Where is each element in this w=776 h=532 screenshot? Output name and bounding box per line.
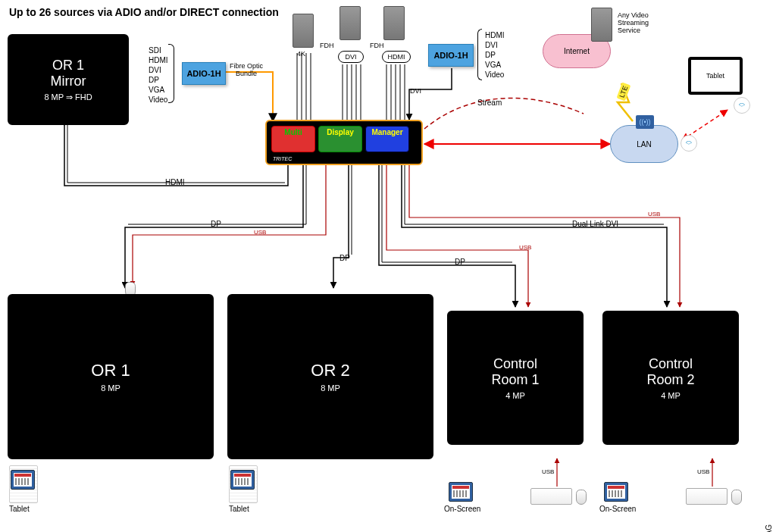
below-cr1-label: On-Screen (444, 505, 480, 513)
server-fdh1 (340, 6, 361, 40)
bracket-left (168, 44, 174, 103)
signal-list-left: SDI HDMI DVI DP VGA Video (149, 45, 168, 105)
screen-cr2: Control Room 2 4 MP (602, 311, 739, 445)
screen-or1: OR 1 8 MP (8, 294, 214, 459)
or1-sub: 8 MP (101, 383, 120, 393)
cr1-sub: 4 MP (505, 391, 525, 400)
dvi-down-label: DVI (410, 87, 421, 95)
stream-service-label: Any Video Streaming Service (618, 11, 649, 34)
mdm-unit: Multi Display Manager TRITEC (265, 120, 423, 165)
or1-mirror-sub: 8 MP ⇒ FHD (44, 92, 92, 102)
cr1-title: Control Room 1 (491, 356, 539, 388)
label-dualdvi: Dual Link DVI (572, 220, 618, 228)
label-dp1: DP (211, 220, 221, 228)
adio-box-left: ADIO-1H (182, 62, 226, 85)
hdmi-oval-2: HDMI (382, 51, 411, 63)
label-usb2: USB (519, 244, 531, 251)
or2-title: OR 2 (311, 361, 349, 380)
keyboard-cr2 (686, 488, 728, 505)
server-stream (591, 8, 612, 42)
server-fdh2 (383, 6, 405, 40)
onscreen-cr1 (449, 482, 473, 502)
mouse-cr2 (731, 490, 742, 505)
label-dp2: DP (340, 254, 350, 262)
or1-mirror-title: OR 1 Mirror (51, 58, 86, 89)
below-or2-label: Tablet (229, 505, 249, 513)
bracket-right (477, 29, 482, 80)
signal-list-right: HDMI DVI DP VGA Video (485, 30, 505, 80)
below-cr2-label: On-Screen (599, 505, 636, 513)
mdm-multi: Multi (271, 126, 315, 152)
mouse-cr1 (576, 490, 587, 505)
wifi-icon-tablet: ⌔ (734, 97, 750, 114)
cr2-sub: 4 MP (661, 391, 681, 400)
keyboard-cr1 (530, 488, 572, 505)
below-or1-label: Tablet (9, 505, 30, 513)
cloud-lan: ((•)) LAN (610, 125, 678, 163)
label-usb3: USB (648, 211, 660, 217)
server-4k-label: 4K (297, 50, 305, 58)
dvi-oval-1: DVI (338, 51, 364, 63)
onscreen-cr2 (604, 482, 628, 502)
label-hdmi: HDMI (165, 178, 185, 186)
tablet-ctrl-or1-screen (11, 470, 35, 490)
adio-box-right: ADIO-1H (428, 44, 474, 67)
label-usb1: USB (254, 229, 266, 236)
label-usb-kb1: USB (542, 468, 554, 475)
copyright-text: Copyright 2020 by TRITEC® Electronic AG (765, 524, 773, 532)
or1-title: OR 1 (91, 361, 130, 380)
server-fdh2-label: FDH (370, 42, 384, 49)
tablet-remote: Tablet (688, 57, 743, 95)
server-4k (293, 14, 314, 48)
server-fdh1-label: FDH (320, 42, 334, 49)
screen-or2: OR 2 8 MP (227, 294, 433, 459)
label-dp3: DP (455, 258, 465, 266)
wifi-icon-lan: ⌔ (681, 135, 697, 152)
mdm-manager: Manager (365, 126, 409, 152)
screen-or1-mirror: OR 1 Mirror 8 MP ⇒ FHD (8, 34, 129, 125)
wifi-ap-icon: ((•)) (636, 115, 654, 129)
mdm-display: Display (318, 126, 362, 152)
stream-label: Stream (477, 99, 502, 107)
lte-badge: LTE (617, 83, 631, 102)
mdm-logo: TRITEC (273, 156, 292, 161)
cr2-title: Control Room 2 (646, 356, 694, 388)
tablet-ctrl-or2-screen (230, 470, 255, 490)
screen-cr1: Control Room 1 4 MP (447, 311, 584, 445)
fibre-label: Fibre Optic Bundle (230, 62, 263, 77)
label-usb-kb2: USB (697, 468, 709, 475)
or2-sub: 8 MP (321, 383, 340, 393)
diagram-title: Up to 26 sources via ADIO and/or DIRECT … (9, 6, 279, 18)
